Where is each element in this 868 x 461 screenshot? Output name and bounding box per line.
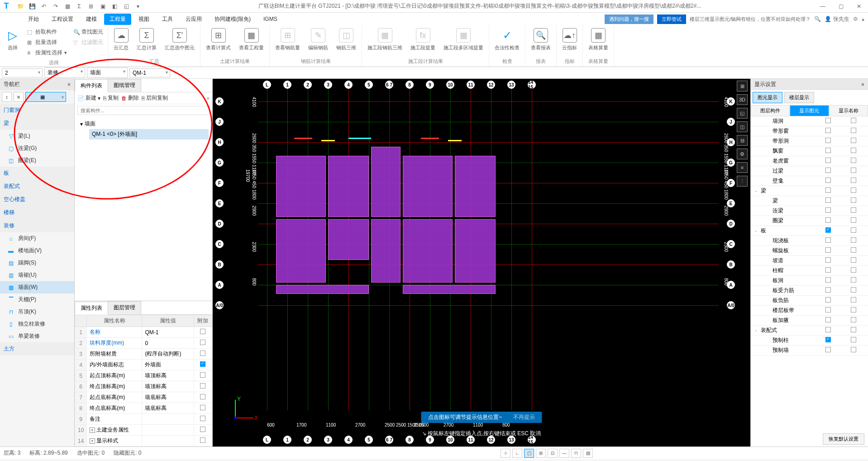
layer-row[interactable]: 过梁 <box>751 166 868 176</box>
seg-qty-button[interactable]: fx施工段提量 <box>407 26 439 53</box>
tab-tools[interactable]: 工具 <box>157 14 178 25</box>
edit-rebar-button[interactable]: ✎编辑钢筋 <box>305 26 332 53</box>
component-search-input[interactable] <box>77 106 210 115</box>
layer-row[interactable]: 梁 <box>751 196 868 206</box>
find-element-button[interactable]: 🔍查找图元 <box>72 27 105 37</box>
layer-row[interactable]: 板加腋 <box>751 316 868 326</box>
layer-row[interactable]: 柱帽 <box>751 266 868 276</box>
th-show-element[interactable]: 显示图元 <box>790 105 829 116</box>
layer-row[interactable]: 螺旋板 <box>751 246 868 256</box>
seg-multi-button[interactable]: ▦施工段多区域提量 <box>440 26 487 53</box>
sb-tool-2[interactable]: ∟ <box>512 449 522 458</box>
more-tool-icon[interactable]: ⋮ <box>737 176 748 187</box>
select-button[interactable]: ▷选择 <box>2 26 24 53</box>
search-hint[interactable]: 遇到问题，搜一搜 <box>605 14 653 24</box>
nav-ceiling[interactable]: ▔天棚(P) <box>0 293 74 306</box>
more-icon[interactable]: » <box>206 95 210 101</box>
maximize-button[interactable]: ▢ <box>832 0 850 13</box>
sb-tool-1[interactable]: ⊹ <box>501 449 510 458</box>
layer-row[interactable]: 预制柱 <box>751 336 868 346</box>
layer-row[interactable]: 飘窗 <box>751 146 868 156</box>
nav-column-deco[interactable]: ▯独立柱装修 <box>0 318 74 330</box>
tab-layer-mgmt[interactable]: 图层管理 <box>108 301 141 314</box>
property-row[interactable]: 9备注 <box>75 414 212 425</box>
close-button[interactable]: ✕ <box>850 0 868 13</box>
layer-row[interactable]: 圈梁 <box>751 216 868 226</box>
nav-cat-stair[interactable]: 楼梯 <box>0 206 74 219</box>
nav-cat-deco[interactable]: 装修 <box>0 219 74 232</box>
nav-beam-g[interactable]: ▢连梁(G) <box>0 142 74 154</box>
property-row[interactable]: 6终点顶标高(m)墙顶标高 <box>75 381 212 392</box>
property-row[interactable]: 7起点底标高(m)墙底标高 <box>75 392 212 403</box>
nav-mode-2[interactable]: ≡ <box>14 92 24 102</box>
qat-undo-icon[interactable]: ↶ <box>40 2 48 10</box>
nav-floor[interactable]: ▬楼地面(V) <box>0 245 74 257</box>
floor-selector[interactable]: 2 <box>2 68 43 77</box>
view-2d-icon[interactable]: ⊞ <box>737 81 748 91</box>
sb-tool-6[interactable]: — <box>559 449 569 458</box>
layer-row[interactable]: 坡道 <box>751 256 868 266</box>
tree-item-qm1[interactable]: QM-1 <0> [外墙面] <box>89 129 209 139</box>
property-row[interactable]: 8终点底标高(m)墙底标高 <box>75 403 212 414</box>
sb-tool-5[interactable]: ⊡ <box>548 449 558 458</box>
user-badge[interactable]: 👤张先生 <box>825 15 849 23</box>
nav-room[interactable]: ⌂房间(F) <box>0 232 74 245</box>
layer-row[interactable]: 预制墙 <box>751 346 868 355</box>
layer-row[interactable]: 板受力筋 <box>751 286 868 296</box>
layer-row[interactable]: 带形洞 <box>751 136 868 146</box>
nav-wall-surface[interactable]: ▦墙面(W) <box>0 281 74 293</box>
nav-cat-hollow[interactable]: 空心楼盖 <box>0 193 74 206</box>
component-selector[interactable]: 墙面 <box>87 67 128 78</box>
tab-drawing-mgmt[interactable]: 图纸管理 <box>108 79 141 92</box>
legal-check-button[interactable]: ✓合法性检查 <box>491 26 523 53</box>
batch-select-button[interactable]: ⊞批量选择 <box>25 38 69 47</box>
tab-view[interactable]: 视图 <box>133 14 155 25</box>
property-row[interactable]: 1名称QM-1 <box>75 327 212 338</box>
gear-icon[interactable]: ⚙ <box>737 149 748 159</box>
tab-project[interactable]: 工程设置 <box>46 14 79 25</box>
item-selector[interactable]: QM-1 <box>129 68 170 77</box>
layer-row[interactable]: 板洞 <box>751 276 868 286</box>
view-formula-button[interactable]: ⊞查看计算式 <box>202 26 234 53</box>
nav-cat-slab[interactable]: 板 <box>0 167 74 180</box>
qat-dim-icon[interactable]: ⊞ <box>87 2 95 10</box>
sb-tool-3[interactable]: ▢ <box>524 449 534 458</box>
sum-calc-button[interactable]: Σ汇总计算 <box>133 26 160 53</box>
view-3d-icon[interactable]: 3D <box>737 94 748 105</box>
tree-root[interactable]: ▾墙面 <box>78 119 209 129</box>
nav-beam-deco[interactable]: ▭单梁装修 <box>0 330 74 342</box>
qat-color-icon[interactable]: ◧ <box>110 2 119 10</box>
nav-suspend[interactable]: ⊓吊顶(K) <box>0 306 74 318</box>
th-show-name[interactable]: 显示名称 <box>829 105 868 116</box>
view-rebar-button[interactable]: ⊞查看钢筋量 <box>272 26 304 53</box>
layer-copy-button[interactable]: ⎘层间复制 <box>142 94 168 102</box>
tab-model[interactable]: 建模 <box>81 14 102 25</box>
layer-row[interactable]: -装配式 <box>751 326 868 336</box>
property-row[interactable]: 4内/外墙面标志外墙面 <box>75 360 212 370</box>
qat-save-icon[interactable]: 💾 <box>28 2 36 10</box>
tab-quantity[interactable]: 工程量 <box>104 14 131 25</box>
minimize-button[interactable]: — <box>814 0 832 13</box>
copy-button[interactable]: ⎘复制 <box>103 94 119 102</box>
nav-cat-door[interactable]: 门窗洞 <box>0 104 74 117</box>
layer-row[interactable]: 板负筋 <box>751 296 868 306</box>
qat-redo-icon[interactable]: ↷ <box>52 2 60 10</box>
type-selector[interactable]: 装修 <box>44 67 85 78</box>
qat-region-icon[interactable]: ▦ <box>63 2 72 10</box>
layer-row[interactable]: 老虎窗 <box>751 156 868 166</box>
pick-component-button[interactable]: ⬚拾取构件 <box>25 27 69 37</box>
canvas[interactable]: LL11223344556 76 78899101011111212131314… <box>213 79 750 447</box>
layer-row[interactable]: 现浇板 <box>751 236 868 246</box>
sb-tool-4[interactable]: ⊞ <box>536 449 546 458</box>
view-report-button[interactable]: 🔍查看报表 <box>527 26 554 53</box>
table-calc-button[interactable]: ▦表格算量 <box>585 26 612 53</box>
sb-tool-8[interactable]: ▤ <box>583 449 593 458</box>
cube-icon[interactable]: ◱ <box>737 108 748 119</box>
cloud-index-button[interactable]: ☁↑云指标 <box>558 26 581 53</box>
qat-dropdown-icon[interactable]: ▾ <box>134 2 142 10</box>
layer-row[interactable]: 楼层板带 <box>751 306 868 316</box>
rebar-3d-button[interactable]: ◫钢筋三维 <box>333 26 360 53</box>
qat-view-icon[interactable]: ▣ <box>99 2 107 10</box>
tab-floor-display[interactable]: 楼层显示 <box>784 92 814 103</box>
nav-beam-e[interactable]: ◫圈梁(E) <box>0 154 74 167</box>
